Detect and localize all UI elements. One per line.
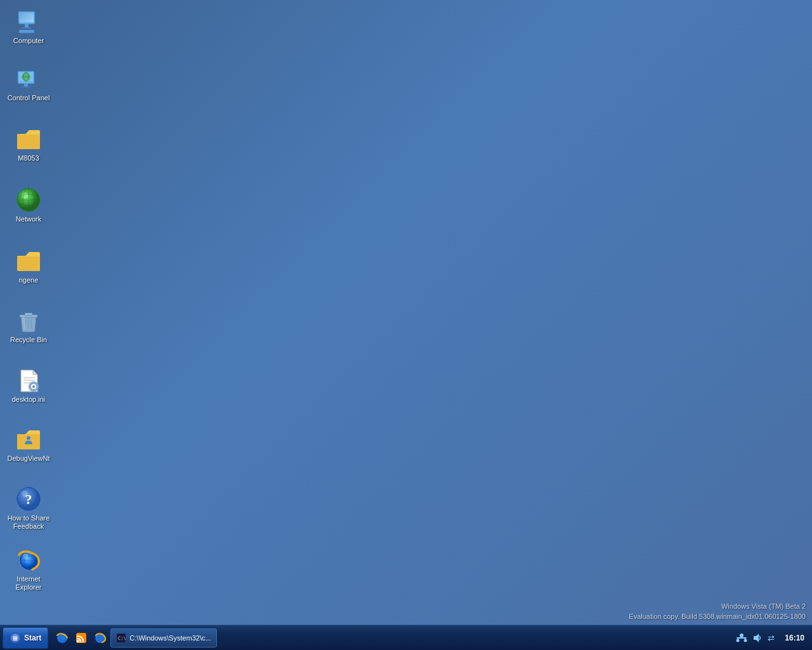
svg-point-49	[77, 640, 79, 642]
svg-rect-2	[20, 13, 34, 22]
desktop-icon-recycle-bin[interactable]: Recycle Bin	[3, 305, 54, 347]
control-panel-label: Control Panel	[6, 94, 51, 102]
desktop-icon-ngene[interactable]: ngene	[3, 246, 54, 287]
desktop-icon-m8053[interactable]: M8053	[3, 124, 54, 165]
watermark-line2: Evaluation copy. Build 5308.winmain_idx0…	[629, 612, 806, 621]
network-icon	[16, 187, 41, 213]
how-to-share-icon: ?	[16, 486, 41, 512]
svg-marker-61	[754, 633, 759, 642]
svg-point-56	[740, 633, 743, 637]
desktop-ini-label: desktop.ini	[6, 395, 51, 404]
desktop: Computer Control Panel	[0, 0, 812, 625]
desktop-icon-computer[interactable]: Computer	[3, 6, 54, 48]
desktop-ini-icon	[16, 368, 41, 393]
svg-rect-32	[29, 386, 30, 388]
debugviewnt-icon	[16, 427, 41, 452]
svg-rect-31	[33, 390, 35, 392]
desktop-icon-how-to-share[interactable]: ? How to Share Feedback	[3, 484, 54, 533]
svg-rect-3	[25, 24, 29, 27]
system-tray: ⇄ 16:10	[735, 625, 812, 650]
svg-rect-23	[25, 313, 32, 315]
watermark-line1: Windows Vista (TM) Beta 2	[629, 602, 806, 611]
debugviewnt-label: DebugViewNt	[6, 454, 51, 463]
svg-rect-12	[22, 86, 30, 88]
vista-watermark: Windows Vista (TM) Beta 2 Evaluation cop…	[629, 602, 806, 621]
svg-rect-5	[19, 30, 34, 33]
svg-rect-30	[33, 381, 35, 383]
svg-point-42	[23, 554, 28, 559]
taskbar-pin-rss[interactable]	[72, 629, 90, 647]
recycle-bin-label: Recycle Bin	[6, 336, 51, 344]
clock-time: 16:10	[785, 633, 804, 642]
cmd-task-label: C:\Windows\System32\c...	[129, 634, 211, 642]
arrows-tray-icon[interactable]: ⇄	[766, 632, 778, 644]
desktop-icon-internet-explorer[interactable]: Internet Explorer	[3, 545, 54, 594]
start-label: Start	[24, 633, 41, 642]
desktop-icon-desktop-ini[interactable]: desktop.ini	[3, 365, 54, 406]
computer-icon	[16, 9, 41, 34]
control-panel-icon	[16, 66, 41, 91]
desktop-icon-control-panel[interactable]: Control Panel	[3, 63, 54, 105]
computer-label: Computer	[6, 37, 51, 45]
start-button[interactable]: ⊞ Start	[3, 627, 48, 649]
desktop-icon-network[interactable]: Network	[3, 185, 54, 226]
svg-point-37	[22, 491, 28, 497]
internet-explorer-icon	[16, 547, 41, 573]
volume-tray-icon[interactable]	[750, 632, 763, 644]
svg-text:C:\: C:\	[118, 636, 126, 641]
svg-rect-4	[22, 27, 31, 29]
network-tray-icon[interactable]	[735, 632, 748, 644]
how-to-share-label: How to Share Feedback	[6, 514, 51, 531]
ngene-label: ngene	[6, 276, 51, 284]
taskbar: ⊞ Start	[0, 625, 812, 650]
ngene-icon	[16, 248, 41, 274]
svg-point-58	[744, 639, 747, 642]
svg-point-29	[32, 385, 35, 388]
desktop-icon-debugviewnt[interactable]: DebugViewNt	[3, 424, 54, 465]
internet-explorer-label: Internet Explorer	[6, 575, 51, 592]
svg-point-18	[22, 192, 28, 199]
m8053-label: M8053	[6, 154, 51, 162]
taskbar-pin-ie2[interactable]	[91, 629, 109, 647]
taskbar-pinned-items	[53, 629, 109, 647]
network-label: Network	[6, 215, 51, 223]
taskbar-task-cmd[interactable]: C:\ C:\Windows\System32\c...	[110, 628, 216, 647]
taskbar-pin-ie[interactable]	[53, 629, 71, 647]
svg-text:⊞: ⊞	[13, 635, 18, 642]
m8053-icon	[16, 126, 41, 152]
start-logo: ⊞	[10, 632, 21, 644]
clock[interactable]: 16:10	[781, 633, 808, 642]
svg-rect-11	[24, 84, 28, 86]
svg-point-57	[737, 639, 740, 642]
recycle-bin-icon	[16, 308, 41, 333]
cmd-task-icon: C:\	[116, 633, 126, 643]
svg-rect-33	[37, 386, 39, 388]
svg-point-34	[27, 436, 30, 440]
svg-text:⇄: ⇄	[768, 633, 775, 643]
